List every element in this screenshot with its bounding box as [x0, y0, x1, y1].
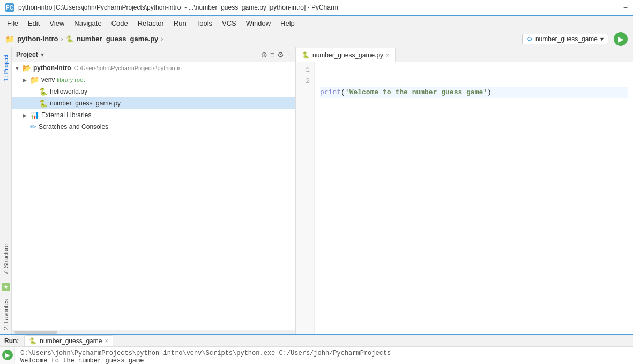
run-green-button[interactable]: ▶	[2, 350, 13, 360]
tree-label-scratches: Scratches and Consoles	[39, 123, 108, 131]
left-sidebar-tabs: 1: Project 7: Structure ★ 2: Favorites	[0, 47, 12, 334]
tree-item-helloworld[interactable]: 🐍 helloworld.py	[12, 86, 295, 97]
project-panel-title: Project	[16, 51, 38, 58]
run-tab-icon: 🐍	[29, 337, 37, 345]
pycharm-icon: PC	[5, 3, 14, 12]
python-file-icon-helloworld: 🐍	[39, 87, 48, 96]
menu-refactor[interactable]: Refactor	[133, 18, 168, 29]
bookmark-icon: ★	[2, 283, 10, 291]
line-numbers: 1 2	[296, 62, 315, 334]
breadcrumb-sep2: ›	[161, 35, 163, 43]
run-tab-close[interactable]: ×	[105, 337, 108, 345]
menu-bar: File Edit View Navigate Code Refactor Ru…	[0, 16, 633, 31]
breadcrumb-file[interactable]: number_guess_game.py	[77, 35, 158, 43]
line-number-1: 1	[300, 65, 310, 76]
menu-edit[interactable]: Edit	[24, 18, 44, 29]
project-panel-header: Project ▾ ⊕ ≡ ⚙ −	[12, 47, 295, 62]
panel-action-minimize[interactable]: −	[287, 50, 291, 59]
sidebar-tab-project[interactable]: 1: Project	[1, 50, 11, 85]
run-config-icon: ⚙	[527, 35, 533, 43]
panel-action-scope[interactable]: ⊕	[261, 50, 267, 59]
menu-vcs[interactable]: VCS	[218, 18, 241, 29]
tree-path-python-intro: C:\Users\john\PycharmProjects\python-in	[74, 65, 182, 71]
run-command-line: C:\Users\john\PycharmProjects\python-int…	[20, 350, 628, 357]
breadcrumb-bar: 📁 python-intro › 🐍 number_guess_game.py …	[0, 31, 633, 47]
menu-window[interactable]: Window	[242, 18, 275, 29]
editor-tab-number-guess[interactable]: 🐍 number_guess_game.py ×	[296, 48, 396, 62]
code-line-1: print('Welcome to the number guess game'…	[320, 87, 628, 98]
run-sidebar: ▶ ■ ↑ ↓ ⏸ ↺ » »	[0, 347, 15, 364]
panel-actions: ⊕ ≡ ⚙ −	[261, 50, 291, 59]
project-panel: Project ▾ ⊕ ≡ ⚙ − ▼ 📂 python-intro C:\Us…	[12, 47, 296, 334]
project-panel-scrollbar[interactable]	[12, 330, 295, 334]
sidebar-tab-favorites[interactable]: 2: Favorites	[1, 295, 11, 334]
tree-arrow-external-libs: ▶	[23, 112, 30, 118]
run-tab-name: number_guess_game	[40, 337, 102, 345]
run-output: C:\Users\john\PycharmProjects\python-int…	[15, 347, 633, 364]
line-number-2: 2	[300, 76, 310, 87]
run-output-text: Welcome to the number guess game	[20, 357, 628, 364]
tree-item-venv[interactable]: ▶ 📁 venv library root	[12, 74, 295, 86]
tree-item-python-intro[interactable]: ▼ 📂 python-intro C:\Users\john\PycharmPr…	[12, 62, 295, 74]
code-line-2	[320, 120, 628, 132]
editor-tab-name: number_guess_game.py	[312, 51, 383, 59]
run-config-name: number_guess_game	[535, 35, 598, 43]
sidebar-tab-structure[interactable]: 7: Structure	[1, 240, 11, 279]
folder-open-icon: 📂	[22, 64, 31, 72]
bottom-panel: Run: 🐍 number_guess_game × ▶ ■ ↑ ↓ ⏸ ↺ »…	[0, 334, 633, 364]
tree-label-number-guess: number_guess_game.py	[50, 100, 121, 107]
run-tabs: Run: 🐍 number_guess_game ×	[0, 335, 633, 347]
tree-item-scratches[interactable]: ✏ Scratches and Consoles	[12, 121, 295, 133]
project-panel-dropdown[interactable]: ▾	[41, 51, 44, 58]
menu-file[interactable]: File	[3, 18, 23, 29]
editor-content: 1 2 print('Welcome to the number guess g…	[296, 62, 633, 334]
tree-item-external-libs[interactable]: ▶ 📊 External Libraries	[12, 109, 295, 121]
venv-folder-icon: 📁	[30, 75, 39, 84]
run-content: ▶ ■ ↑ ↓ ⏸ ↺ » » C:\Users\john\PycharmPro…	[0, 347, 633, 364]
run-tab-number-guess[interactable]: 🐍 number_guess_game ×	[24, 335, 113, 346]
menu-code[interactable]: Code	[107, 18, 132, 29]
tree-label-helloworld: helloworld.py	[50, 88, 87, 95]
panel-action-gear[interactable]: ⚙	[277, 50, 284, 59]
tree-arrow-venv: ▶	[23, 77, 30, 83]
menu-view[interactable]: View	[45, 18, 69, 29]
menu-run[interactable]: Run	[169, 18, 191, 29]
breadcrumb-project[interactable]: python-intro	[17, 35, 58, 43]
editor-tab-close[interactable]: ×	[386, 52, 389, 58]
scratches-icon: ✏	[30, 123, 36, 131]
scroll-thumb[interactable]	[14, 331, 57, 334]
minimize-button[interactable]: −	[623, 3, 628, 12]
window-title: python-intro [C:\Users\john\PycharmProje…	[18, 4, 619, 11]
venv-library-label: library root	[57, 77, 85, 83]
file-tree: ▼ 📂 python-intro C:\Users\john\PycharmPr…	[12, 62, 295, 330]
menu-navigate[interactable]: Navigate	[70, 18, 106, 29]
editor-tab-icon: 🐍	[302, 51, 310, 59]
run-config-dropdown-icon: ▾	[600, 35, 604, 43]
editor-tabs: 🐍 number_guess_game.py ×	[296, 47, 633, 62]
tree-label-venv: venv	[41, 76, 55, 84]
python-file-icon-number-guess: 🐍	[39, 99, 48, 108]
title-bar: PC python-intro [C:\Users\john\PycharmPr…	[0, 0, 633, 16]
tree-arrow-python-intro: ▼	[14, 65, 22, 71]
code-content[interactable]: print('Welcome to the number guess game'…	[315, 62, 633, 334]
chart-icon: 📊	[30, 111, 39, 119]
tree-label-python-intro: python-intro	[33, 64, 71, 72]
editor-area: 🐍 number_guess_game.py × 1 2 print('Welc…	[296, 47, 633, 334]
menu-help[interactable]: Help	[276, 18, 299, 29]
menu-tools[interactable]: Tools	[192, 18, 217, 29]
run-button[interactable]: ▶	[614, 32, 628, 46]
tree-item-number-guess[interactable]: 🐍 number_guess_game.py	[12, 97, 295, 109]
folder-icon: 📁	[5, 35, 14, 43]
python-file-icon: 🐍	[66, 35, 74, 43]
run-config-selector[interactable]: ⚙ number_guess_game ▾	[522, 34, 608, 44]
breadcrumb-sep1: ›	[61, 35, 63, 43]
run-tab-run-label: Run:	[4, 337, 19, 345]
tree-label-external-libs: External Libraries	[41, 111, 91, 119]
panel-action-settings[interactable]: ≡	[270, 50, 274, 59]
